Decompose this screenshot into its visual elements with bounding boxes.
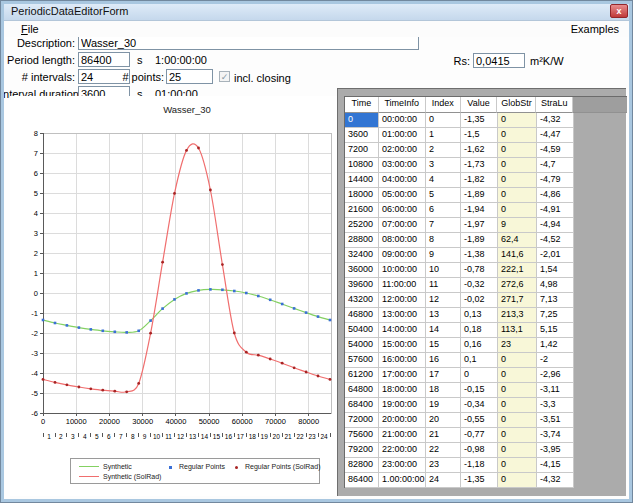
table-cell[interactable]: 15 <box>426 338 461 353</box>
column-header-value[interactable]: Value <box>461 97 498 113</box>
table-cell[interactable]: 10800 <box>345 158 379 173</box>
table-cell[interactable]: -1,62 <box>461 143 498 158</box>
table-cell[interactable]: -4,91 <box>537 203 574 218</box>
table-cell[interactable]: 0,18 <box>461 323 498 338</box>
table-cell[interactable]: -1,97 <box>461 218 498 233</box>
table-cell[interactable]: -2,96 <box>537 368 574 383</box>
table-cell[interactable]: 5,15 <box>537 323 574 338</box>
table-cell[interactable]: 0 <box>426 113 461 128</box>
table-cell[interactable]: 12:00:00 <box>379 293 426 308</box>
menu-file[interactable]: File <box>21 23 39 35</box>
table-cell[interactable]: -4,94 <box>537 218 574 233</box>
table-cell[interactable]: 0 <box>498 368 537 383</box>
table-cell[interactable]: -2,01 <box>537 248 574 263</box>
table-cell[interactable]: 25200 <box>345 218 379 233</box>
table-cell[interactable]: 16 <box>426 353 461 368</box>
table-cell[interactable]: 5 <box>426 188 461 203</box>
table-cell[interactable]: -3,74 <box>537 428 574 443</box>
table-cell[interactable]: -1,89 <box>461 233 498 248</box>
table-cell[interactable]: 0 <box>498 188 537 203</box>
table-cell[interactable]: -0,15 <box>461 383 498 398</box>
table-cell[interactable]: 9 <box>498 218 537 233</box>
table-cell[interactable]: -4,15 <box>537 458 574 473</box>
chart-panel[interactable]: -6-5-4-3-2-10123456780100002000030000400… <box>10 96 337 496</box>
description-input[interactable] <box>78 35 419 50</box>
table-cell[interactable]: -3,11 <box>537 383 574 398</box>
table-cell[interactable]: 0 <box>498 128 537 143</box>
table-cell[interactable]: 75600 <box>345 428 379 443</box>
table-cell[interactable]: 17 <box>426 368 461 383</box>
table-cell[interactable]: -0,77 <box>461 428 498 443</box>
close-button[interactable]: x <box>610 4 628 18</box>
table-cell[interactable]: 0 <box>498 353 537 368</box>
menu-examples[interactable]: Examples <box>571 23 619 35</box>
table-cell[interactable]: 0 <box>498 443 537 458</box>
table-cell[interactable]: 23 <box>426 458 461 473</box>
table-cell[interactable]: 0 <box>498 383 537 398</box>
table-cell[interactable]: 61200 <box>345 368 379 383</box>
table-cell[interactable]: -4,59 <box>537 143 574 158</box>
table-cell[interactable]: -4,7 <box>537 158 574 173</box>
table-cell[interactable]: 0 <box>498 413 537 428</box>
table-cell[interactable]: 0 <box>498 173 537 188</box>
table-cell[interactable]: 0,1 <box>461 353 498 368</box>
table-cell[interactable]: -3,95 <box>537 443 574 458</box>
table-cell[interactable]: 141,6 <box>498 248 537 263</box>
table-cell[interactable]: 14400 <box>345 173 379 188</box>
table-cell[interactable]: 21:00:00 <box>379 428 426 443</box>
table-cell[interactable]: 272,6 <box>498 278 537 293</box>
table-cell[interactable]: 82800 <box>345 458 379 473</box>
table-cell[interactable]: 04:00:00 <box>379 173 426 188</box>
period-length-input[interactable] <box>78 52 130 67</box>
table-cell[interactable]: 3600 <box>345 128 379 143</box>
table-cell[interactable]: -4,86 <box>537 188 574 203</box>
table-cell[interactable]: 0 <box>498 398 537 413</box>
table-cell[interactable]: -4,47 <box>537 128 574 143</box>
table-cell[interactable]: 19 <box>426 398 461 413</box>
chart[interactable]: -6-5-4-3-2-10123456780100002000030000400… <box>10 96 337 452</box>
table-cell[interactable]: -1,35 <box>461 473 498 488</box>
table-cell[interactable]: 32400 <box>345 248 379 263</box>
table-cell[interactable]: 50400 <box>345 323 379 338</box>
table-cell[interactable]: 28800 <box>345 233 379 248</box>
table-cell[interactable]: 17:00:00 <box>379 368 426 383</box>
table-cell[interactable]: 19:00:00 <box>379 398 426 413</box>
column-header-stralu[interactable]: StraLu <box>536 97 573 113</box>
table-cell[interactable]: 7200 <box>345 143 379 158</box>
column-header-index[interactable]: Index <box>426 97 461 113</box>
table-cell[interactable]: 222,1 <box>498 263 537 278</box>
table-cell[interactable]: 0,13 <box>461 308 498 323</box>
table-cell[interactable]: 0 <box>498 158 537 173</box>
table-cell[interactable]: 113,1 <box>498 323 537 338</box>
incl-closing-checkbox[interactable]: ✓ <box>219 71 230 82</box>
table-cell[interactable]: 01:00:00 <box>379 128 426 143</box>
table-cell[interactable]: 1.00:00:00 <box>379 473 426 488</box>
table-cell[interactable]: 00:00:00 <box>379 113 426 128</box>
table-cell[interactable]: -0,02 <box>461 293 498 308</box>
table-cell[interactable]: 86400 <box>345 473 379 488</box>
rs-input[interactable] <box>473 53 525 68</box>
column-header-time[interactable]: Time <box>345 97 379 113</box>
table-cell[interactable]: -4,79 <box>537 173 574 188</box>
table-cell[interactable]: 0 <box>498 458 537 473</box>
column-header-globstr[interactable]: GlobStr <box>497 97 536 113</box>
table-cell[interactable]: 11 <box>426 278 461 293</box>
table-cell[interactable]: 06:00:00 <box>379 203 426 218</box>
table-cell[interactable]: 8 <box>426 233 461 248</box>
table-cell[interactable]: -3,51 <box>537 413 574 428</box>
table-cell[interactable]: 20:00:00 <box>379 413 426 428</box>
table-cell[interactable]: 68400 <box>345 398 379 413</box>
table-cell[interactable]: -4,32 <box>537 113 574 128</box>
table-cell[interactable]: -0,55 <box>461 413 498 428</box>
series-regular-points-solrad[interactable] <box>42 147 332 394</box>
table-cell[interactable]: 6 <box>426 203 461 218</box>
table-cell[interactable]: 0 <box>498 143 537 158</box>
table-cell[interactable]: -1,73 <box>461 158 498 173</box>
table-cell[interactable]: 54000 <box>345 338 379 353</box>
table-cell[interactable]: 79200 <box>345 443 379 458</box>
table-cell[interactable]: -4,52 <box>537 233 574 248</box>
table-cell[interactable]: 07:00:00 <box>379 218 426 233</box>
table-cell[interactable]: 7 <box>426 218 461 233</box>
table-cell[interactable]: 02:00:00 <box>379 143 426 158</box>
table-cell[interactable]: 13:00:00 <box>379 308 426 323</box>
